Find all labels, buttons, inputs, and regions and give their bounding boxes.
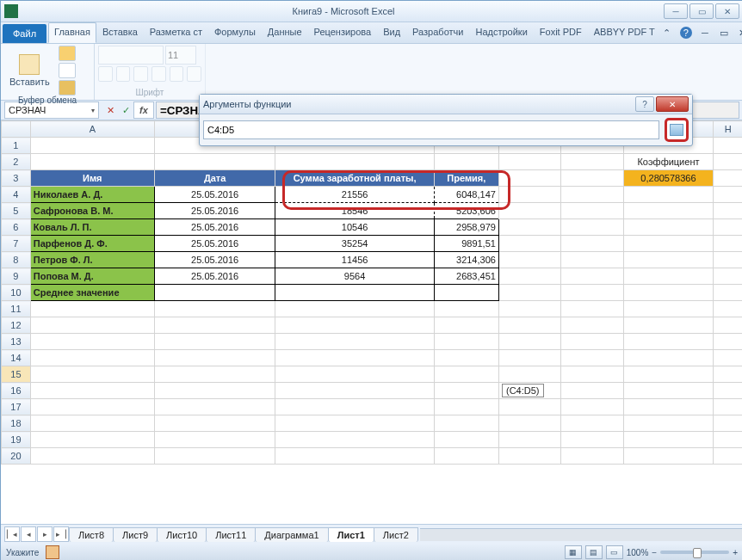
font-size[interactable] (165, 46, 196, 65)
cell[interactable] (561, 366, 623, 383)
cell[interactable]: 0,280578366 (623, 170, 714, 187)
cell[interactable] (275, 334, 434, 350)
cell[interactable] (154, 317, 275, 334)
cell[interactable] (714, 187, 742, 203)
cell[interactable] (434, 448, 498, 465)
cell[interactable] (275, 448, 434, 465)
cell[interactable] (714, 285, 742, 301)
cell[interactable] (623, 301, 714, 317)
bold-button[interactable] (98, 66, 113, 82)
last-sheet-button[interactable]: ▸▕ (53, 526, 69, 542)
row-header[interactable]: 20 (2, 448, 31, 465)
cell[interactable] (714, 383, 742, 399)
cell[interactable]: 25.05.2016 (154, 187, 275, 203)
cell[interactable] (561, 350, 623, 366)
cell[interactable] (434, 154, 498, 170)
ribbon-tab[interactable]: Разработчи (406, 22, 469, 43)
cell[interactable] (714, 415, 742, 432)
cell[interactable] (30, 399, 154, 415)
cell[interactable] (714, 432, 742, 448)
row-header[interactable]: 2 (2, 154, 31, 170)
cell[interactable] (498, 366, 560, 383)
cell[interactable]: Среднее значение (30, 285, 154, 301)
cell[interactable] (498, 334, 560, 350)
cancel-formula-button[interactable]: ✕ (102, 102, 118, 118)
cell[interactable] (623, 415, 714, 432)
cell[interactable] (498, 268, 560, 285)
cell[interactable] (561, 252, 623, 268)
row-header[interactable]: 4 (2, 187, 31, 203)
row-header[interactable]: 12 (2, 317, 31, 334)
cell[interactable] (275, 399, 434, 415)
cell[interactable] (561, 334, 623, 350)
ribbon-tab[interactable]: Разметка ст (144, 22, 208, 43)
cell[interactable] (30, 383, 154, 399)
cell[interactable]: 25.05.2016 (154, 268, 275, 285)
minimize-ribbon-icon[interactable]: ⌃ (661, 27, 673, 39)
cell[interactable] (30, 366, 154, 383)
row-header[interactable]: 10 (2, 285, 31, 301)
zoom-in-button[interactable]: + (733, 548, 738, 557)
cell[interactable] (561, 448, 623, 465)
cell[interactable] (714, 366, 742, 383)
file-tab[interactable]: Файл (3, 24, 46, 43)
ribbon-tab[interactable]: Надстройки (469, 22, 533, 43)
cell[interactable] (561, 187, 623, 203)
underline-button[interactable] (133, 66, 148, 82)
cell[interactable] (154, 448, 275, 465)
cell[interactable] (498, 317, 560, 334)
border-button[interactable] (151, 66, 166, 82)
cell[interactable] (434, 366, 498, 383)
cells-grid[interactable]: ABCDEFGH12Коэффициент3ИмяДатаСумма зараб… (1, 120, 742, 465)
cell[interactable] (154, 399, 275, 415)
cell[interactable]: 25.05.2016 (154, 236, 275, 252)
cell[interactable]: 5203,606 (434, 203, 498, 219)
cell[interactable] (498, 399, 560, 415)
cell[interactable]: Сафронова В. М. (30, 203, 154, 219)
cell[interactable]: 6048,147 (434, 187, 498, 203)
cell[interactable] (434, 350, 498, 366)
cell[interactable] (561, 285, 623, 301)
sheet-tab[interactable]: Лист10 (157, 527, 207, 542)
cell[interactable] (275, 317, 434, 334)
copy-icon[interactable] (59, 63, 76, 78)
cell[interactable] (154, 350, 275, 366)
cell[interactable]: 18546 (275, 203, 434, 219)
cell[interactable] (154, 301, 275, 317)
cell[interactable] (434, 399, 498, 415)
cell[interactable] (561, 268, 623, 285)
format-painter-icon[interactable] (59, 80, 76, 95)
first-sheet-button[interactable]: ▏◂ (4, 526, 20, 542)
row-header[interactable]: 17 (2, 399, 31, 415)
cell[interactable]: 2958,979 (434, 219, 498, 236)
italic-button[interactable] (116, 66, 131, 82)
cell[interactable]: Имя (30, 170, 154, 187)
cell[interactable] (623, 268, 714, 285)
cell[interactable]: 10546 (275, 219, 434, 236)
cell[interactable] (714, 219, 742, 236)
restore-icon[interactable]: ▭ (718, 27, 730, 39)
cell[interactable] (714, 301, 742, 317)
cell[interactable] (434, 334, 498, 350)
cell[interactable] (714, 350, 742, 366)
cell[interactable] (30, 317, 154, 334)
row-header[interactable]: 19 (2, 432, 31, 448)
cell[interactable] (561, 203, 623, 219)
cell[interactable] (623, 236, 714, 252)
collapse-dialog-button[interactable] (665, 118, 689, 142)
cell[interactable] (714, 170, 742, 187)
cell[interactable] (714, 448, 742, 465)
cell[interactable] (154, 366, 275, 383)
cell[interactable] (154, 383, 275, 399)
fill-color-button[interactable] (170, 66, 184, 82)
cell[interactable] (623, 187, 714, 203)
cell[interactable]: Попова М. Д. (30, 268, 154, 285)
cell[interactable] (561, 317, 623, 334)
cell[interactable] (623, 219, 714, 236)
cell[interactable] (561, 399, 623, 415)
cell[interactable] (275, 301, 434, 317)
cell[interactable] (498, 285, 560, 301)
cell[interactable] (714, 236, 742, 252)
cell[interactable]: 25.05.2016 (154, 219, 275, 236)
cell[interactable]: Коваль Л. П. (30, 219, 154, 236)
